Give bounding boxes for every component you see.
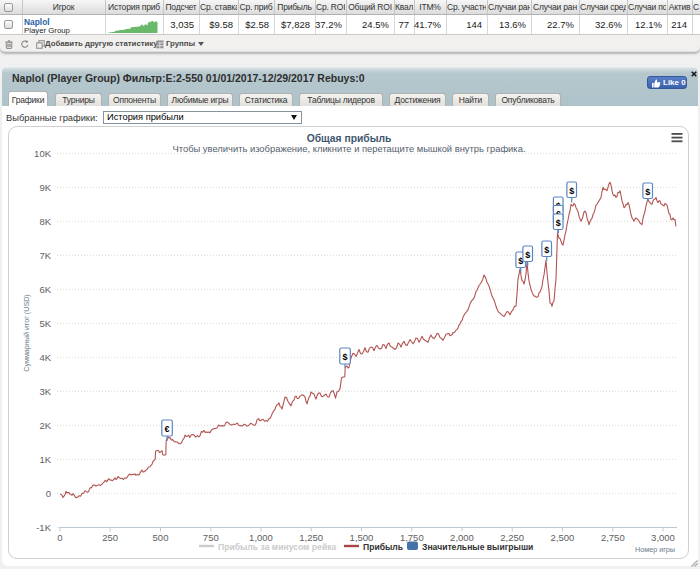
svg-text:$: $: [556, 218, 561, 228]
svg-text:$: $: [645, 187, 650, 197]
svg-text:Общая прибыль: Общая прибыль: [307, 133, 392, 144]
svg-text:0: 0: [46, 488, 51, 499]
svg-text:$: $: [544, 245, 549, 255]
svg-text:750: 750: [203, 532, 219, 543]
svg-text:Значительные выигрыши: Значительные выигрыши: [422, 542, 533, 552]
svg-text:Прибыль за минусом рейка: Прибыль за минусом рейка: [218, 542, 336, 552]
svg-text:$: $: [342, 352, 347, 362]
svg-text:3K: 3K: [39, 386, 51, 397]
svg-text:2,750: 2,750: [601, 532, 625, 543]
svg-text:3,000: 3,000: [651, 532, 675, 543]
svg-text:€: €: [164, 424, 169, 434]
svg-text:$: $: [525, 250, 530, 260]
svg-text:500: 500: [153, 532, 169, 543]
svg-text:1K: 1K: [39, 454, 51, 465]
svg-text:10K: 10K: [34, 148, 52, 159]
svg-text:8K: 8K: [39, 216, 51, 227]
svg-text:$: $: [569, 186, 574, 196]
svg-text:0: 0: [57, 532, 62, 543]
svg-text:4K: 4K: [39, 352, 51, 363]
svg-text:-1K: -1K: [36, 522, 51, 533]
svg-text:Суммарный итог (USD): Суммарный итог (USD): [22, 294, 31, 372]
svg-text:7K: 7K: [39, 250, 51, 261]
svg-text:6K: 6K: [39, 284, 51, 295]
svg-text:Прибыль: Прибыль: [363, 542, 403, 552]
svg-text:5K: 5K: [39, 318, 51, 329]
svg-text:Номер игры: Номер игры: [635, 545, 675, 554]
svg-text:1,750: 1,750: [400, 532, 424, 543]
svg-text:250: 250: [102, 532, 118, 543]
svg-text:Чтобы увеличить изображение, к: Чтобы увеличить изображение, кликните и …: [173, 143, 526, 154]
svg-text:2,500: 2,500: [551, 532, 575, 543]
svg-text:2K: 2K: [39, 420, 51, 431]
svg-text:9K: 9K: [39, 182, 51, 193]
